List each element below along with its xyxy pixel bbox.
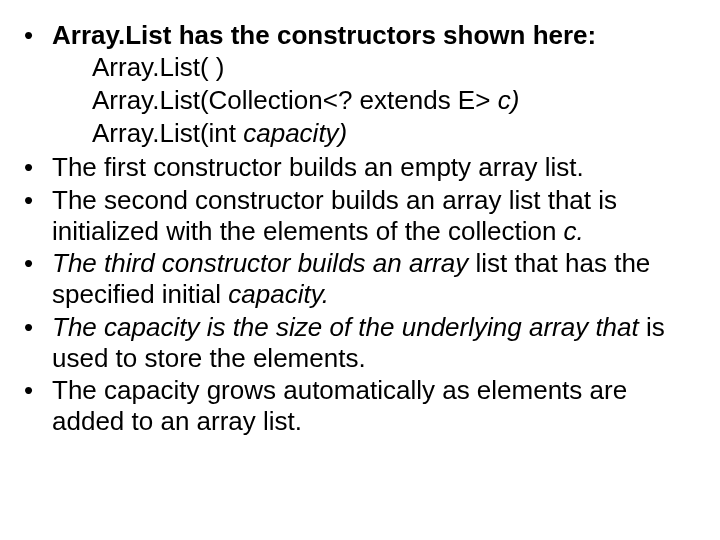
bullet-list: Array.List has the constructors shown he… <box>18 20 702 437</box>
bullet-text: The first constructor builds an empty ar… <box>52 152 584 182</box>
bullet-text: The second constructor builds an array l… <box>52 185 617 246</box>
bullet-item-first: The first constructor builds an empty ar… <box>18 152 702 183</box>
constructor-signature-2: Array.List(Collection<? extends E> c) <box>52 84 702 117</box>
constructor-signature-1: Array.List( ) <box>52 51 702 84</box>
bullet-text: The capacity grows automatically as elem… <box>52 375 627 436</box>
bullet-text: The capacity is the size of the underlyi… <box>52 312 665 373</box>
constructor-signature-3: Array.List(int capacity) <box>52 117 702 150</box>
bullet-text: The third constructor builds an array li… <box>52 248 650 309</box>
bullet-item-capacity-def: The capacity is the size of the underlyi… <box>18 312 702 373</box>
constructors-lead: Array.List has the constructors shown he… <box>52 20 596 50</box>
slide-content: Array.List has the constructors shown he… <box>0 0 720 459</box>
bullet-item-third: The third constructor builds an array li… <box>18 248 702 309</box>
bullet-item-constructors: Array.List has the constructors shown he… <box>18 20 702 150</box>
bullet-item-second: The second constructor builds an array l… <box>18 185 702 246</box>
bullet-item-capacity-grow: The capacity grows automatically as elem… <box>18 375 702 436</box>
